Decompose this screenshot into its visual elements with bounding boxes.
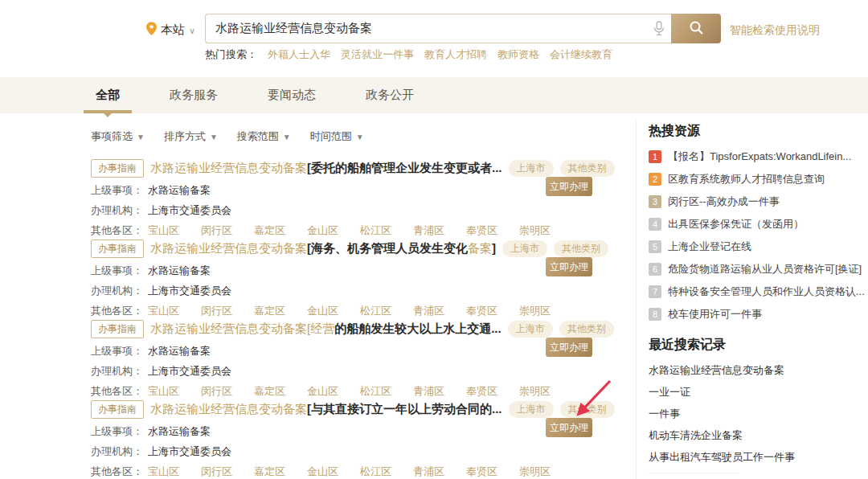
hot-resource-item[interactable]: 1【报名】TipsforExpats:WorkandLifein... bbox=[649, 150, 867, 163]
sidebar: 热搜资源 1【报名】TipsforExpats:WorkandLifein...… bbox=[636, 121, 867, 479]
agency-value: 上海市交通委员会 bbox=[148, 444, 231, 459]
chevron-down-icon: ▼ bbox=[137, 133, 145, 141]
agency-label: 办理机构： bbox=[91, 284, 143, 298]
search-scope-label: 本站 bbox=[161, 23, 185, 38]
rank-badge: 1 bbox=[649, 150, 661, 163]
parent-item-value: 水路运输备案 bbox=[148, 344, 211, 358]
district-link[interactable]: 崇明区 bbox=[519, 465, 551, 479]
filter-label: 时间范围 bbox=[310, 129, 352, 144]
hot-resource-item[interactable]: 8校车使用许可一件事 bbox=[649, 308, 867, 321]
search-input[interactable] bbox=[206, 22, 647, 35]
rank-badge: 8 bbox=[649, 308, 661, 321]
district-link[interactable]: 奉贤区 bbox=[466, 465, 497, 479]
guide-badge[interactable]: 办事指南 bbox=[91, 320, 144, 338]
filter-dropdown[interactable]: 排序方式▼ bbox=[164, 129, 218, 144]
parent-item-row: 上级事项：水路运输备案 bbox=[91, 424, 596, 439]
guide-badge[interactable]: 办事指南 bbox=[91, 159, 144, 178]
search-box bbox=[205, 14, 671, 43]
filter-dropdown[interactable]: 事项筛选▼ bbox=[91, 129, 145, 144]
rank-badge: 6 bbox=[649, 263, 661, 276]
recent-searches-title: 最近搜索记录 bbox=[649, 337, 867, 354]
tag-pill: 其他类别 bbox=[559, 321, 614, 338]
hot-search-links: 外籍人士入华灵活就业一件事教育人才招聘教师资格会计继续教育 bbox=[268, 47, 612, 62]
title-segment: [海务、机务管理人员发生变化 bbox=[307, 241, 468, 255]
tab-政务服务[interactable]: 政务服务 bbox=[165, 77, 223, 113]
tab-全部[interactable]: 全部 bbox=[91, 77, 125, 113]
district-link[interactable]: 闵行区 bbox=[201, 465, 232, 479]
district-link[interactable]: 嘉定区 bbox=[254, 465, 285, 479]
hot-resource-item[interactable]: 2区教育系统教师人才招聘信息查询 bbox=[649, 173, 867, 186]
recent-search-item[interactable]: 水路运输业经营信息变动备案 bbox=[649, 363, 867, 375]
search-button[interactable] bbox=[671, 14, 721, 43]
district-link[interactable]: 金山区 bbox=[307, 465, 338, 479]
tag-pill: 其他类别 bbox=[560, 160, 615, 177]
microphone-icon[interactable] bbox=[647, 21, 671, 36]
hot-resource-text: 危险货物道路运输从业人员资格许可[换证] bbox=[668, 262, 862, 276]
recent-search-item[interactable]: 从事出租汽车驾驶员工作一件事 bbox=[649, 450, 867, 462]
recent-search-item[interactable]: 一业一证 bbox=[649, 385, 867, 397]
tag-pill: 其他类别 bbox=[560, 401, 615, 418]
district-link[interactable]: 宝山区 bbox=[148, 465, 179, 479]
guide-badge[interactable]: 办事指南 bbox=[91, 240, 144, 258]
tab-政务公开[interactable]: 政务公开 bbox=[361, 77, 419, 113]
agency-value: 上海市交通委员会 bbox=[148, 364, 231, 379]
hot-search-link[interactable]: 教师资格 bbox=[497, 47, 539, 62]
district-link[interactable]: 青浦区 bbox=[413, 465, 444, 479]
hot-search-link[interactable]: 外籍人士入华 bbox=[268, 47, 330, 62]
search-result: 办事指南水路运输业经营信息变动备案[与其直接订立一年以上劳动合同的...上海市其… bbox=[91, 396, 596, 477]
agency-row: 办理机构：上海市交通委员会 bbox=[91, 364, 596, 379]
agency-value: 上海市交通委员会 bbox=[148, 203, 231, 218]
tab-strip: 全部政务服务要闻动态政务公开 bbox=[0, 77, 868, 113]
filter-label: 排序方式 bbox=[164, 129, 206, 144]
title-segment: ] bbox=[492, 241, 496, 255]
hot-resource-text: 特种设备安全管理人员和作业人员资格认... bbox=[668, 285, 865, 299]
rank-badge: 7 bbox=[649, 285, 661, 298]
hot-search-link[interactable]: 灵活就业一件事 bbox=[341, 47, 414, 62]
recent-search-item[interactable]: 机动车清洗企业备案 bbox=[649, 428, 867, 440]
chevron-down-icon: ▼ bbox=[283, 133, 291, 141]
agency-value: 上海市交通委员会 bbox=[148, 284, 231, 298]
result-title[interactable]: 水路运输业经营信息变动备案[委托的船舶管理企业发生变更或者... bbox=[150, 161, 502, 176]
hot-resource-item[interactable]: 7特种设备安全管理人员和作业人员资格认... bbox=[649, 285, 867, 298]
title-segment: 水路运输业经营信息变动备案[经营 bbox=[150, 321, 334, 335]
guide-badge[interactable]: 办事指南 bbox=[91, 400, 144, 419]
hot-resource-item[interactable]: 6危险货物道路运输从业人员资格许可[换证] bbox=[649, 263, 867, 276]
district-link[interactable]: 松江区 bbox=[360, 465, 391, 479]
parent-item-value: 水路运输备案 bbox=[148, 264, 211, 278]
filter-label: 搜索范围 bbox=[237, 129, 279, 144]
tag-pill: 上海市 bbox=[509, 401, 554, 418]
filter-dropdown[interactable]: 搜索范围▼ bbox=[237, 129, 291, 144]
result-title[interactable]: 水路运输业经营信息变动备案[海务、机务管理人员发生变化备案] bbox=[150, 241, 496, 256]
apply-now-button[interactable]: 立即办理 bbox=[546, 257, 592, 276]
apply-now-button[interactable]: 立即办理 bbox=[546, 418, 592, 437]
search-result: 办事指南水路运输业经营信息变动备案[委托的船舶管理企业发生变更或者...上海市其… bbox=[91, 155, 596, 235]
hot-resource-item[interactable]: 3闵行区--高效办成一件事 bbox=[649, 195, 867, 208]
tab-要闻动态[interactable]: 要闻动态 bbox=[263, 77, 321, 113]
hot-resource-text: 【报名】TipsforExpats:WorkandLifein... bbox=[668, 149, 851, 164]
search-results-page: 本站 ∨ 智能检索使用说明 热门搜索： 外籍人士入华灵活就业一件事教育人才招聘教 bbox=[0, 0, 868, 479]
search-result: 办事指南水路运输业经营信息变动备案[经营的船舶发生较大以上水上交通...上海市其… bbox=[91, 316, 596, 396]
title-segment: 水路运输业经营信息变动备案 bbox=[150, 241, 307, 255]
result-title-row: 办事指南水路运输业经营信息变动备案[海务、机务管理人员发生变化备案]上海市其他类… bbox=[91, 235, 596, 258]
district-links: 宝山区闵行区嘉定区金山区松江区青浦区奉贤区崇明区 bbox=[148, 465, 551, 479]
result-title-row: 办事指南水路运输业经营信息变动备案[经营的船舶发生较大以上水上交通...上海市其… bbox=[91, 316, 596, 338]
search-scope-dropdown[interactable]: 本站 ∨ bbox=[146, 22, 195, 39]
hot-resource-item[interactable]: 4出具医保参保凭证（发函用） bbox=[649, 218, 867, 231]
result-title[interactable]: 水路运输业经营信息变动备案[与其直接订立一年以上劳动合同的... bbox=[150, 402, 502, 417]
result-title[interactable]: 水路运输业经营信息变动备案[经营的船舶发生较大以上水上交通... bbox=[150, 321, 502, 337]
clear-search-history-button[interactable]: 清除所有搜索记录 bbox=[649, 473, 739, 479]
smart-search-help-link[interactable]: 智能检索使用说明 bbox=[730, 23, 820, 38]
parent-item-label: 上级事项： bbox=[91, 344, 143, 358]
hot-resource-text: 校车使用许可一件事 bbox=[668, 307, 762, 321]
recent-search-item[interactable]: 一件事 bbox=[649, 407, 867, 419]
rank-badge: 5 bbox=[649, 240, 661, 253]
apply-now-button[interactable]: 立即办理 bbox=[546, 338, 592, 357]
chevron-down-icon: ∨ bbox=[189, 26, 195, 36]
hot-search-link[interactable]: 会计继续教育 bbox=[550, 47, 612, 62]
agency-label: 办理机构： bbox=[91, 444, 143, 459]
hot-resource-item[interactable]: 5上海企业登记在线 bbox=[649, 240, 867, 253]
result-title-row: 办事指南水路运输业经营信息变动备案[委托的船舶管理企业发生变更或者...上海市其… bbox=[91, 155, 596, 178]
apply-now-button[interactable]: 立即办理 bbox=[546, 177, 592, 196]
filter-dropdown[interactable]: 时间范围▼ bbox=[310, 129, 364, 144]
hot-search-link[interactable]: 教育人才招聘 bbox=[424, 47, 487, 62]
